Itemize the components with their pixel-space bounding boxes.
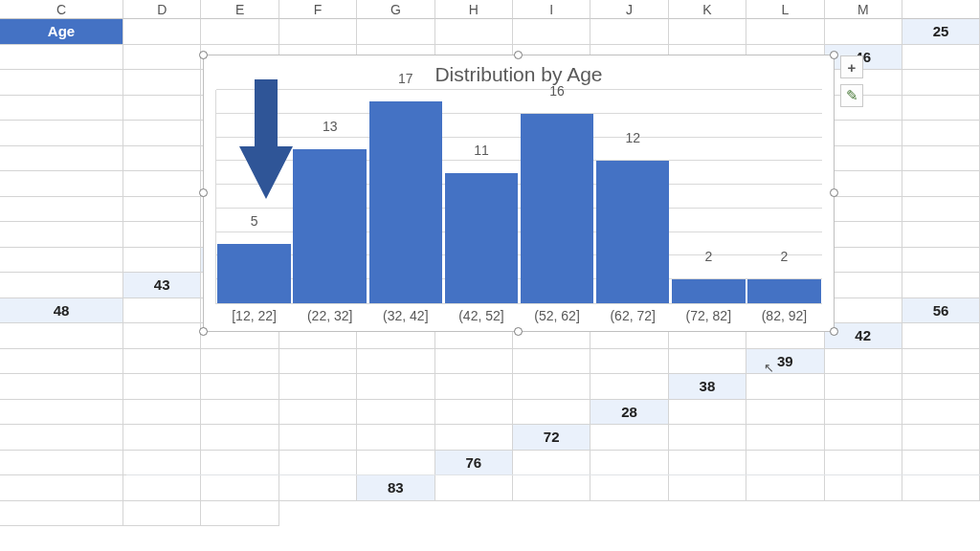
age-cell[interactable]: 43	[123, 273, 201, 298]
x-tick-label: (42, 52]	[443, 308, 519, 323]
histogram-bar[interactable]	[293, 149, 367, 303]
age-cell[interactable]: 38	[669, 374, 746, 400]
column-header[interactable]: D	[123, 0, 201, 19]
x-tick-label: (22, 32]	[292, 308, 368, 323]
histogram-bar[interactable]	[672, 279, 746, 303]
column-header[interactable]: M	[825, 0, 902, 19]
age-cell[interactable]: 48	[0, 298, 123, 324]
brush-icon: ✎	[846, 87, 858, 104]
column-header[interactable]: K	[669, 0, 746, 19]
column-header[interactable]: E	[201, 0, 278, 19]
bar-data-label: 2	[704, 249, 712, 264]
histogram-bar[interactable]	[521, 114, 594, 303]
selection-handle[interactable]	[199, 51, 208, 59]
bar-data-label: 13	[323, 119, 338, 134]
age-cell[interactable]: 25	[902, 19, 980, 45]
age-cell[interactable]: 83	[357, 475, 434, 501]
chart-plot-area[interactable]: 5131711161222	[215, 90, 822, 304]
selection-handle[interactable]	[830, 188, 838, 197]
horizontal-scroll-hint	[126, 474, 980, 478]
column-header[interactable]: H	[435, 0, 513, 19]
chart-title[interactable]: Distribution by Age	[215, 63, 822, 86]
bar-data-label: 5	[251, 213, 258, 229]
age-cell[interactable]: 76	[435, 451, 513, 476]
column-header[interactable]: L	[746, 0, 824, 19]
bar-data-label: 17	[398, 71, 413, 86]
column-header[interactable]	[902, 0, 980, 19]
selection-handle[interactable]	[199, 188, 208, 197]
chart-object[interactable]: Distribution by Age 5131711161222 [12, 2…	[203, 55, 835, 332]
age-cell[interactable]: 56	[902, 298, 980, 324]
bar-data-label: 16	[549, 83, 565, 99]
x-tick-label: (72, 82]	[671, 308, 746, 323]
x-tick-label: (32, 42]	[368, 308, 443, 323]
bar-data-label: 11	[474, 143, 489, 158]
histogram-bar[interactable]	[445, 173, 519, 303]
column-header[interactable]: C	[0, 0, 123, 19]
plus-icon: +	[848, 59, 857, 76]
x-tick-label: (82, 92]	[746, 308, 822, 323]
chart-styles-button[interactable]: ✎	[840, 84, 863, 107]
histogram-bar[interactable]	[596, 161, 670, 303]
grid-cell[interactable]	[123, 19, 201, 45]
table-header-age[interactable]: Age	[0, 19, 123, 45]
x-tick-label: (62, 72]	[595, 308, 671, 323]
histogram-bar[interactable]	[369, 101, 443, 303]
column-header[interactable]: I	[513, 0, 590, 19]
histogram-bar[interactable]	[747, 279, 821, 303]
selection-handle[interactable]	[830, 327, 838, 336]
x-tick-label: [12, 22]	[216, 308, 292, 323]
age-cell[interactable]: 72	[513, 425, 590, 451]
selection-handle[interactable]	[514, 51, 523, 59]
bar-data-label: 12	[625, 130, 640, 145]
chart-x-axis: [12, 22](22, 32](32, 42](42, 52](52, 62]…	[216, 308, 822, 323]
chart-elements-button[interactable]: +	[840, 55, 863, 78]
selection-handle[interactable]	[199, 327, 208, 336]
selection-handle[interactable]	[830, 51, 838, 59]
selection-handle[interactable]	[514, 327, 523, 336]
x-tick-label: (52, 62]	[520, 308, 595, 323]
column-header[interactable]: F	[279, 0, 357, 19]
age-cell[interactable]: 39	[746, 349, 824, 375]
bar-data-label: 2	[781, 249, 789, 264]
age-cell[interactable]: 28	[590, 400, 668, 426]
column-header[interactable]: J	[590, 0, 668, 19]
histogram-bar[interactable]	[217, 244, 291, 303]
column-header[interactable]: G	[357, 0, 434, 19]
